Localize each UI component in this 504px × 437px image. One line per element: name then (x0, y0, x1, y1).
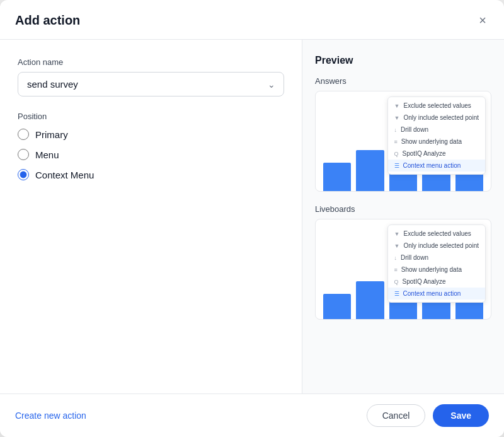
lb-filter-icon-1: ▼ (394, 231, 400, 237)
drill-icon: ↓ (394, 127, 398, 133)
action-select-wrapper: send survey ⌄ (18, 72, 284, 96)
filter-icon-1: ▼ (394, 103, 400, 109)
left-panel: Action name send survey ⌄ Position Prima… (0, 40, 302, 393)
radio-primary[interactable]: Primary (18, 129, 284, 140)
answers-menu-item-4: ≡ Show underlying data (388, 136, 485, 148)
radio-primary-input[interactable] (18, 129, 29, 140)
data-icon: ≡ (394, 139, 398, 145)
lb-spotiq-icon: Q (394, 279, 399, 285)
answers-menu-item-1: ▼ Exclude selected values (388, 100, 485, 112)
lb-menu-item-5: Q SpotIQ Analyze (388, 276, 485, 288)
answers-menu-item-2: ▼ Only include selected point (388, 112, 485, 124)
cancel-button[interactable]: Cancel (367, 404, 426, 427)
footer-buttons: Cancel Save (367, 404, 489, 427)
radio-menu-input[interactable] (18, 149, 29, 160)
radio-context-menu-label: Context Menu (35, 170, 94, 180)
bar-2 (356, 150, 384, 191)
lb-bar-2 (356, 281, 384, 319)
liveboards-chart: ▼ Exclude selected values ▼ Only include… (316, 219, 491, 319)
radio-primary-label: Primary (35, 129, 68, 140)
answers-section-label: Answers (315, 76, 491, 86)
action-name-label: Action name (18, 57, 284, 67)
right-panel: Preview Answers ▼ Exclude selec (302, 40, 504, 393)
lb-menu-item-3: ↓ Drill down (388, 252, 485, 264)
lb-filter-icon-2: ▼ (394, 243, 400, 249)
radio-context-menu-input[interactable] (18, 169, 29, 180)
context-icon-1: ☰ (394, 163, 399, 169)
close-button[interactable]: × (476, 11, 489, 29)
save-button[interactable]: Save (433, 404, 489, 427)
preview-title: Preview (315, 55, 491, 66)
create-new-action-link[interactable]: Create new action (15, 411, 86, 421)
add-action-modal: Add action × Action name send survey ⌄ P… (0, 0, 504, 437)
position-label: Position (18, 112, 284, 121)
lb-menu-item-1: ▼ Exclude selected values (388, 228, 485, 240)
radio-menu-label: Menu (35, 149, 59, 160)
spotiq-icon: Q (394, 151, 399, 157)
liveboards-section-label: Liveboards (315, 204, 491, 214)
modal-body: Action name send survey ⌄ Position Prima… (0, 40, 504, 393)
lb-data-icon: ≡ (394, 267, 398, 273)
action-name-select[interactable]: send survey (18, 72, 284, 96)
modal-footer: Create new action Cancel Save (0, 393, 504, 437)
position-radio-group: Primary Menu Context Menu (18, 129, 284, 180)
lb-bar-1 (323, 294, 351, 319)
lb-menu-item-4: ≡ Show underlying data (388, 264, 485, 276)
liveboards-preview-card: ▼ Exclude selected values ▼ Only include… (315, 219, 491, 320)
modal-title: Add action (15, 13, 80, 28)
answers-menu-item-6: ☰ Context menu action (388, 160, 485, 172)
liveboards-context-menu: ▼ Exclude selected values ▼ Only include… (387, 224, 486, 303)
answers-chart: ▼ Exclude selected values ▼ Only include… (316, 91, 491, 191)
lb-context-icon: ☰ (394, 291, 399, 297)
lb-drill-icon: ↓ (394, 255, 398, 261)
radio-menu[interactable]: Menu (18, 149, 284, 160)
lb-menu-item-6: ☰ Context menu action (388, 288, 485, 300)
filter-icon-2: ▼ (394, 115, 400, 121)
modal-header: Add action × (0, 0, 504, 40)
lb-menu-item-2: ▼ Only include selected point (388, 240, 485, 252)
radio-context-menu[interactable]: Context Menu (18, 169, 284, 180)
answers-preview-card: ▼ Exclude selected values ▼ Only include… (315, 91, 491, 192)
answers-context-menu: ▼ Exclude selected values ▼ Only include… (387, 96, 486, 175)
answers-menu-item-5: Q SpotIQ Analyze (388, 148, 485, 160)
answers-menu-item-3: ↓ Drill down (388, 124, 485, 136)
bar-1 (323, 163, 351, 191)
